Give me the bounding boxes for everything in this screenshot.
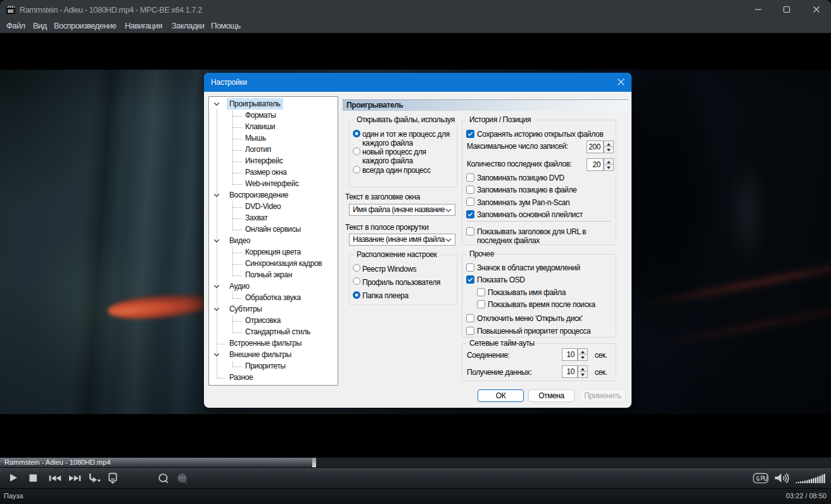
svg-text:BE: BE <box>8 9 14 13</box>
